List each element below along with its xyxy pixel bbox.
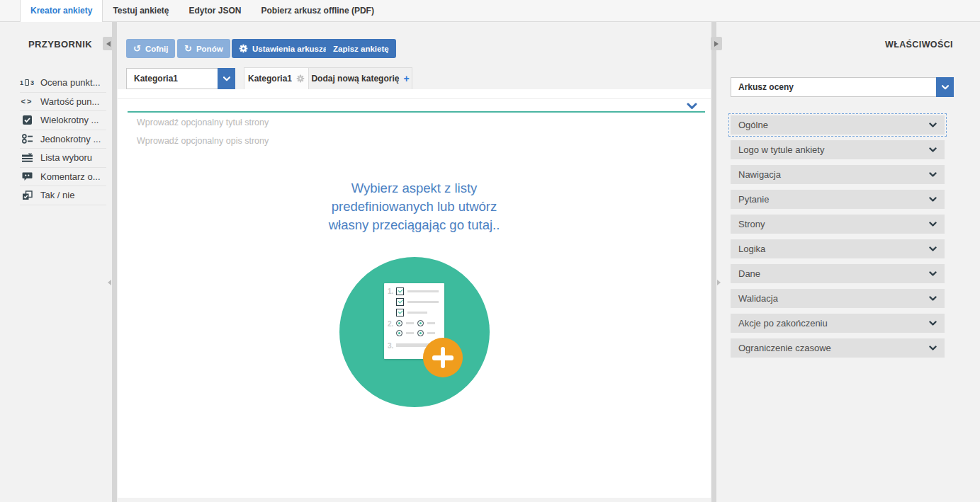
redo-icon: ↻ (184, 44, 192, 53)
page-description-input[interactable]: Wprowadź opcjonalny opis strony (137, 136, 269, 146)
right-splitter[interactable] (711, 22, 716, 502)
toolbox-item-label: Jednokrotny ... (40, 134, 101, 144)
undo-icon: ↺ (133, 44, 141, 53)
add-question-plus-icon (423, 338, 463, 377)
collapse-properties-button[interactable] (711, 37, 722, 50)
accordion-section-nawigacja[interactable]: Nawigacja (731, 165, 945, 184)
sheet-settings-button[interactable]: Ustawienia arkusza (232, 39, 334, 58)
checkbox-illustration-icon (396, 298, 404, 306)
toolbox-item-label: Lista wyboru (40, 152, 92, 163)
gear-icon (239, 44, 248, 53)
properties-selector-value: Arkusz oceny (731, 77, 936, 97)
gear-icon[interactable] (296, 74, 305, 83)
toolbox-title: PRZYBORNIK (28, 39, 92, 50)
dropzone-illustration: 1. 2. 3. (339, 257, 490, 407)
chevron-down-icon (929, 147, 937, 153)
accordion-section-walidacja[interactable]: Walidacja (731, 289, 945, 308)
text-line (406, 322, 414, 324)
accordion-section-ograniczenie[interactable]: Ograniczenie czasowe (731, 338, 945, 358)
chevron-right-icon (714, 41, 719, 47)
checkbox-illustration-icon (396, 287, 404, 295)
undo-button[interactable]: ↺ Cofnij (126, 39, 175, 58)
add-category-tab[interactable]: Dodaj nową kategorię + (308, 67, 412, 89)
toolbox-item-comment[interactable]: Komentarz o... (20, 168, 106, 187)
toolbox-item-label: Wielokrotny ... (40, 115, 98, 125)
chevron-down-icon (929, 197, 937, 202)
list-number: 3. (388, 342, 393, 350)
left-splitter[interactable] (112, 22, 117, 502)
chevron-down-icon (936, 77, 954, 97)
tab-pobierz-pdf[interactable]: Pobierz arkusz offline (PDF) (252, 0, 384, 22)
tab-testuj-ankiete[interactable]: Testuj ankietę (103, 0, 179, 22)
design-canvas: Wprowadź opcjonalny tytuł strony Wprowad… (118, 89, 711, 498)
properties-title: WŁAŚCIWOŚCI (885, 40, 953, 50)
toolbox-item-dropdown[interactable]: Lista wyboru (20, 149, 106, 168)
save-survey-button[interactable]: Zapisz ankietę (326, 39, 396, 58)
category-dropdown-value: Kategoria1 (126, 68, 218, 89)
page-title-input[interactable]: Wprowadź opcjonalny tytuł strony (137, 118, 269, 127)
toolbox-item-rating[interactable]: 13 Ocena punkt... (20, 74, 106, 93)
chevron-down-icon (929, 122, 937, 128)
splitter-handle-left-icon (108, 280, 111, 285)
text-line (406, 332, 414, 334)
text-line (427, 322, 435, 324)
chevron-down-icon (929, 296, 937, 302)
radio-illustration-icon (396, 330, 402, 336)
accordion-section-pytanie[interactable]: Pytanie (731, 190, 945, 209)
value-icon: <> (20, 97, 34, 105)
accordion-section-logika[interactable]: Logika (731, 239, 945, 258)
radiogroup-icon (20, 134, 34, 144)
accordion-section-logo[interactable]: Logo w tytule ankiety (731, 140, 945, 159)
toolbox-item-label: Wartość pun... (40, 96, 99, 107)
tab-kreator-ankiety[interactable]: Kreator ankiety (20, 0, 103, 22)
canvas-divider-line (118, 98, 711, 99)
chevron-down-icon (929, 246, 937, 252)
toolbox-item-value[interactable]: <> Wartość pun... (20, 93, 106, 112)
toolbox-item-label: Tak / nie (40, 190, 74, 200)
boolean-icon (20, 190, 34, 200)
toolbox-item-boolean[interactable]: Tak / nie (20, 186, 106, 205)
chevron-left-icon (106, 41, 111, 47)
toolbox-item-radiogroup[interactable]: Jednokrotny ... (20, 130, 106, 149)
comment-icon (20, 172, 34, 181)
page-header-underline (128, 111, 705, 113)
category-dropdown[interactable]: Kategoria1 (126, 68, 235, 89)
toolbox-list: 13 Ocena punkt... <> Wartość pun... Wiel… (20, 74, 106, 205)
splitter-handle-right-icon (717, 280, 721, 285)
list-number: 2. (388, 320, 393, 328)
text-line (407, 290, 439, 292)
tab-edytor-json[interactable]: Edytor JSON (179, 0, 252, 22)
radio-illustration-icon (417, 320, 424, 326)
accordion-section-ogolne[interactable]: Ogólne (731, 115, 945, 135)
text-line (407, 312, 427, 314)
redo-button[interactable]: ↻ Ponów (177, 39, 230, 58)
radio-illustration-icon (417, 330, 424, 336)
dropdown-list-icon (20, 153, 34, 162)
checkbox-illustration-icon (396, 309, 404, 316)
chevron-down-icon (929, 222, 937, 227)
rating-icon: 13 (20, 79, 34, 86)
dropzone-hint-text: Wybierz aspekt z listy predefiniowanych … (118, 179, 711, 234)
properties-accordion: Ogólne Logo w tytule ankiety Nawigacja P… (731, 115, 945, 363)
toolbox-item-checkbox[interactable]: Wielokrotny ... (20, 111, 106, 130)
text-line (427, 332, 435, 334)
category-tab-active[interactable]: Kategoria1 (244, 67, 309, 89)
chevron-down-icon (929, 172, 937, 178)
toolbox-item-label: Komentarz o... (40, 171, 101, 182)
plus-icon: + (403, 74, 409, 84)
radio-illustration-icon (396, 320, 402, 326)
accordion-section-akcje[interactable]: Akcje po zakończeniu (731, 314, 945, 333)
text-line (407, 301, 439, 303)
checkbox-icon (20, 115, 34, 125)
chevron-down-icon (218, 68, 235, 89)
chevron-down-icon (929, 321, 937, 326)
top-tab-bar: Kreator ankiety Testuj ankietę Edytor JS… (0, 0, 980, 22)
chevron-down-icon (929, 271, 937, 277)
list-number: 1. (388, 287, 393, 295)
toolbox-item-label: Ocena punkt... (40, 77, 101, 88)
chevron-down-icon (929, 346, 937, 351)
accordion-section-strony[interactable]: Strony (731, 215, 945, 234)
properties-object-selector[interactable]: Arkusz oceny (731, 77, 954, 97)
accordion-section-dane[interactable]: Dane (731, 264, 945, 283)
